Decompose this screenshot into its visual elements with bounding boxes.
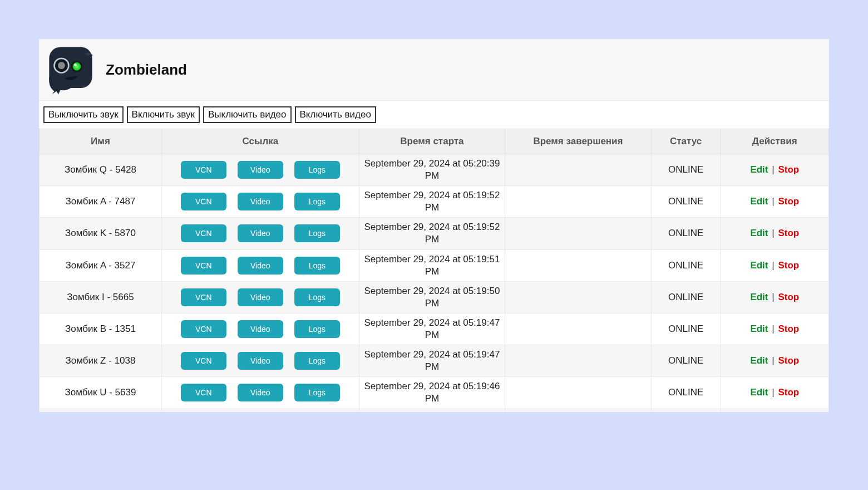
cell-end-time (505, 377, 652, 409)
video-button[interactable]: Video (238, 384, 283, 401)
stop-link[interactable]: Stop (778, 387, 799, 398)
video-button[interactable]: Video (238, 224, 283, 242)
cell-status: ONLINE (651, 313, 721, 345)
edit-link[interactable]: Edit (750, 292, 768, 302)
edit-link[interactable]: Edit (750, 324, 768, 334)
cell-end-time (505, 249, 652, 281)
mute-video-button[interactable]: Выключить видео (203, 106, 292, 123)
video-button[interactable]: Video (238, 352, 283, 370)
stop-link[interactable]: Stop (778, 196, 799, 207)
video-button[interactable]: Video (238, 193, 283, 210)
edit-link[interactable]: Edit (750, 196, 768, 207)
logs-button[interactable]: Logs (294, 320, 340, 338)
svg-point-6 (74, 63, 77, 66)
action-separator: | (770, 324, 777, 334)
table-row: Зомбик I - 5665VCNVideoLogsSeptember 29,… (40, 281, 829, 313)
cell-status: ONLINE (651, 377, 721, 409)
video-button[interactable]: Video (238, 320, 283, 338)
video-button[interactable]: Video (238, 257, 283, 275)
logs-button[interactable]: Logs (294, 352, 340, 370)
cell-links: VCNVideoLogs (161, 313, 359, 345)
cell-links: VCNVideoLogs (161, 249, 359, 281)
cell-actions: Edit | Stop (721, 218, 828, 249)
logs-button[interactable]: Logs (294, 384, 340, 401)
cell-actions: Edit | Stop (721, 377, 828, 409)
action-separator: | (770, 260, 777, 271)
edit-link[interactable]: Edit (750, 164, 768, 175)
cell-links: VCNVideoLogs (161, 218, 359, 249)
edit-link[interactable]: Edit (750, 387, 768, 398)
svg-point-3 (58, 62, 65, 69)
stop-link[interactable]: Stop (778, 260, 799, 271)
cell-name: Зомбик I - 5665 (40, 281, 162, 313)
table-row: Зомбик Z - 1038VCNVideoLogsSeptember 29,… (40, 345, 829, 377)
cell-status: ONLINE (651, 218, 721, 249)
toolbar: Выключить звук Включить звук Выключить в… (39, 101, 829, 129)
action-separator: | (770, 228, 777, 238)
action-separator: | (770, 387, 777, 398)
cell-name: Зомбик K - 5870 (40, 218, 162, 249)
unmute-sound-button[interactable]: Включить звук (127, 106, 200, 123)
cell-status: ONLINE (651, 249, 721, 281)
edit-link[interactable]: Edit (750, 228, 768, 238)
table-row: Зомбик Q - 5428VCNVideoLogsSeptember 29,… (40, 154, 829, 186)
cell-start-time: September 29, 2024 at 05:19:47 PM (359, 345, 505, 377)
table-row: Зомбик K - 5870VCNVideoLogsSeptember 29,… (40, 218, 829, 249)
cell-status: ONLINE (651, 409, 721, 412)
app-header: Zombieland (39, 39, 829, 101)
stop-link[interactable]: Stop (778, 324, 799, 334)
cell-status: ONLINE (651, 154, 721, 186)
cell-status: ONLINE (651, 186, 721, 218)
logs-button[interactable]: Logs (294, 193, 340, 210)
video-button[interactable]: Video (238, 161, 283, 179)
logs-button[interactable]: Logs (294, 257, 340, 275)
cell-end-time (505, 281, 652, 313)
cell-start-time: September 29, 2024 at 05:19:52 PM (359, 218, 505, 249)
vcn-button[interactable]: VCN (181, 384, 226, 401)
unmute-video-button[interactable]: Включить видео (295, 106, 376, 123)
video-button[interactable]: Video (238, 288, 283, 306)
bots-table: Имя Ссылка Время старта Время завершения… (39, 129, 829, 412)
cell-name: Зомбик U - 5639 (40, 377, 162, 409)
col-header-actions: Действия (721, 129, 828, 154)
vcn-button[interactable]: VCN (181, 288, 226, 306)
cell-end-time (505, 154, 652, 186)
vcn-button[interactable]: VCN (181, 193, 226, 210)
vcn-button[interactable]: VCN (181, 320, 226, 338)
table-row: Зомбик B - 1351VCNVideoLogsSeptember 29,… (40, 313, 829, 345)
cell-name: Зомбик A - 3527 (40, 249, 162, 281)
edit-link[interactable]: Edit (750, 355, 768, 366)
cell-actions: Edit | Stop (721, 186, 828, 218)
stop-link[interactable]: Stop (778, 164, 799, 175)
cell-name: Зомбик Z - 6009 (40, 409, 162, 412)
stop-link[interactable]: Stop (778, 355, 799, 366)
cell-links: VCNVideoLogs (161, 409, 359, 412)
stop-link[interactable]: Stop (778, 292, 799, 302)
cell-start-time: September 29, 2024 at 05:19:46 PM (359, 409, 505, 412)
action-separator: | (770, 196, 777, 207)
vcn-button[interactable]: VCN (181, 224, 226, 242)
logs-button[interactable]: Logs (294, 224, 340, 242)
col-header-end: Время завершения (505, 129, 652, 154)
logs-button[interactable]: Logs (294, 161, 340, 179)
mute-sound-button[interactable]: Выключить звук (43, 106, 124, 123)
cell-actions: Edit | Stop (721, 249, 828, 281)
vcn-button[interactable]: VCN (181, 352, 226, 370)
cell-start-time: September 29, 2024 at 05:19:47 PM (359, 313, 505, 345)
action-separator: | (770, 292, 777, 302)
cell-start-time: September 29, 2024 at 05:19:52 PM (359, 186, 505, 218)
stop-link[interactable]: Stop (778, 228, 799, 238)
cell-links: VCNVideoLogs (161, 345, 359, 377)
cell-actions: Edit | Stop (721, 313, 828, 345)
cell-actions: Edit | Stop (721, 281, 828, 313)
vcn-button[interactable]: VCN (181, 161, 226, 179)
edit-link[interactable]: Edit (750, 260, 768, 271)
app-logo-icon (43, 42, 98, 97)
vcn-button[interactable]: VCN (181, 257, 226, 275)
svg-point-5 (73, 62, 81, 71)
logs-button[interactable]: Logs (294, 288, 340, 306)
table-row: Зомбик A - 7487VCNVideoLogsSeptember 29,… (40, 186, 829, 218)
cell-start-time: September 29, 2024 at 05:20:39 PM (359, 154, 505, 186)
cell-actions: Edit | Stop (721, 409, 828, 412)
cell-end-time (505, 345, 652, 377)
